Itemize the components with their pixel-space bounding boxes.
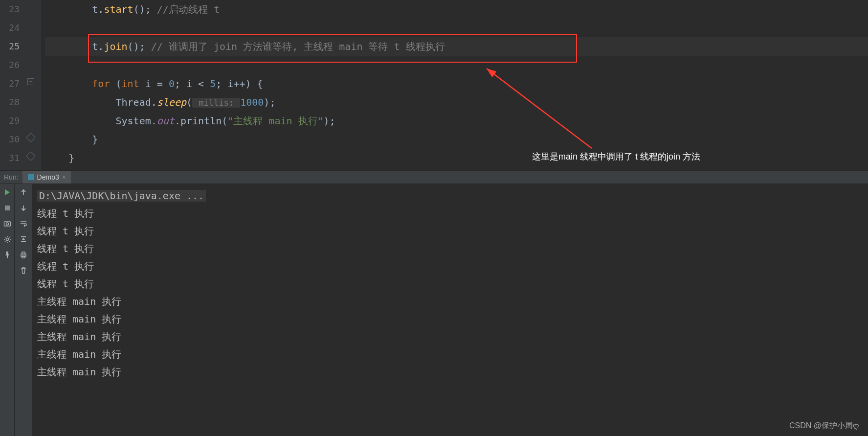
code-line[interactable]: t.start(); //启动线程 t xyxy=(45,0,868,19)
line-number: 24 xyxy=(0,19,20,37)
settings-icon[interactable] xyxy=(3,235,12,244)
console-line: 主线程 main 执行 xyxy=(37,310,863,328)
code-editor[interactable]: 23 24 25 26 27 28 29 30 31 − t.start(); … xyxy=(0,0,868,170)
console-line: 线程 t 执行 xyxy=(37,222,863,240)
line-number: 28 xyxy=(0,93,20,112)
run-toolbar-right xyxy=(15,184,32,436)
watermark: CSDN @保护小周ღ xyxy=(789,421,859,431)
console-line: 线程 t 执行 xyxy=(37,275,863,293)
down-icon[interactable] xyxy=(19,204,28,212)
line-number: 31 xyxy=(0,149,20,167)
fold-gutter: − xyxy=(25,0,41,170)
run-config-icon xyxy=(27,174,34,181)
soft-wrap-icon[interactable] xyxy=(19,219,28,228)
stop-icon[interactable] xyxy=(3,204,12,212)
camera-icon[interactable] xyxy=(3,219,12,228)
run-tab[interactable]: Demo3 × xyxy=(22,171,71,184)
console-line: 线程 t 执行 xyxy=(37,240,863,257)
svg-rect-1 xyxy=(5,206,10,210)
console-command: D:\JAVA\JDK\bin\java.exe ... xyxy=(37,187,863,205)
code-line[interactable]: } xyxy=(45,149,868,167)
svg-point-4 xyxy=(6,238,8,241)
run-tool-window: Run: Demo3 × xyxy=(0,170,868,436)
print-icon[interactable] xyxy=(19,251,28,259)
line-number: 23 xyxy=(0,0,20,19)
code-line[interactable]: t.join(); // 谁调用了 join 方法谁等待, 主线程 main 等… xyxy=(45,37,868,56)
line-number: 29 xyxy=(0,112,20,130)
run-header: Run: Demo3 × xyxy=(0,170,868,184)
console-output[interactable]: D:\JAVA\JDK\bin\java.exe ... 线程 t 执行 线程 … xyxy=(32,184,868,436)
run-tab-name: Demo3 xyxy=(37,173,59,181)
fold-close-icon[interactable] xyxy=(26,151,36,161)
line-number: 25 xyxy=(0,37,20,56)
code-line[interactable]: for (int i = 0; i < 5; i++) { xyxy=(45,74,868,93)
console-line: 线程 t 执行 xyxy=(37,205,863,222)
run-label: Run: xyxy=(0,173,22,181)
code-line[interactable] xyxy=(45,19,868,37)
pin-icon[interactable] xyxy=(3,251,12,259)
line-number: 27 xyxy=(0,74,20,93)
up-icon[interactable] xyxy=(19,188,28,197)
svg-point-3 xyxy=(6,223,8,225)
trash-icon[interactable] xyxy=(19,266,28,275)
line-number: 30 xyxy=(0,130,20,149)
scroll-to-end-icon[interactable] xyxy=(19,235,28,244)
line-number: 26 xyxy=(0,56,20,74)
run-toolbar-left xyxy=(0,184,15,436)
console-line: 主线程 main 执行 xyxy=(37,328,863,345)
svg-rect-7 xyxy=(22,256,25,258)
fold-open-icon[interactable]: − xyxy=(27,78,34,85)
console-line: 线程 t 执行 xyxy=(37,257,863,275)
code-line[interactable]: Thread.sleep( millis: 1000); xyxy=(45,93,868,112)
console-line: 主线程 main 执行 xyxy=(37,293,863,310)
console-line: 主线程 main 执行 xyxy=(37,345,863,363)
annotation-text: 这里是main 线程中调用了 t 线程的join 方法 xyxy=(532,151,700,162)
rerun-icon[interactable] xyxy=(3,188,12,197)
code-area[interactable]: t.start(); //启动线程 t t.join(); // 谁调用了 jo… xyxy=(41,0,868,170)
close-icon[interactable]: × xyxy=(62,173,66,181)
code-line[interactable]: System.out.println("主线程 main 执行"); xyxy=(45,112,868,130)
code-line[interactable]: } xyxy=(45,130,868,149)
code-line[interactable] xyxy=(45,56,868,74)
fold-close-icon[interactable] xyxy=(26,133,36,142)
svg-rect-6 xyxy=(22,252,25,254)
line-number-gutter: 23 24 25 26 27 28 29 30 31 xyxy=(0,0,25,170)
console-line: 主线程 main 执行 xyxy=(37,363,863,381)
